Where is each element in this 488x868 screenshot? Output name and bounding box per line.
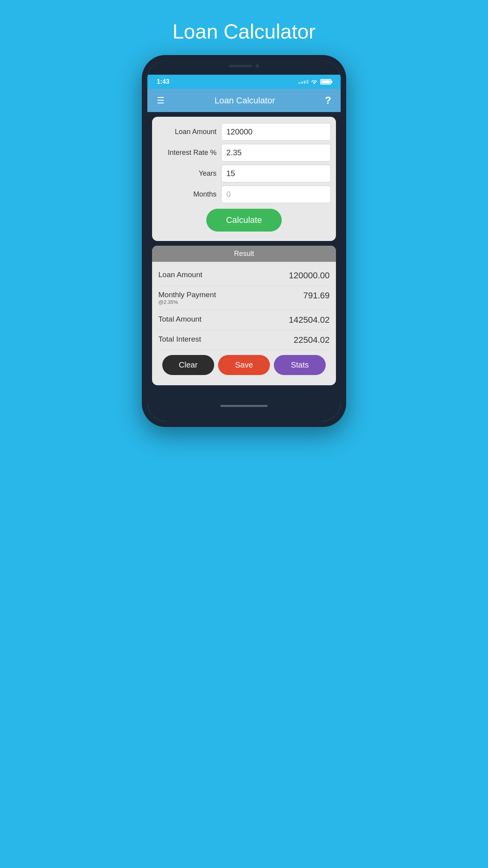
nav-bar: ☰ Loan Calculator ? xyxy=(147,89,341,112)
phone-shell: 1:43 ☰ Loan Ca xyxy=(142,55,346,427)
result-total-amount-label: Total Amount xyxy=(158,315,202,324)
result-monthly-payment-value: 791.69 xyxy=(303,291,330,301)
notch xyxy=(213,61,275,72)
phone-bottom xyxy=(147,390,341,421)
years-input[interactable] xyxy=(221,165,331,182)
page-title: Loan Calculator xyxy=(172,20,316,43)
result-monthly-payment-label: Monthly Payment @2.35% xyxy=(158,291,216,305)
result-loan-amount-value: 120000.00 xyxy=(289,270,330,281)
wifi-icon xyxy=(311,79,318,85)
result-total-interest-value: 22504.02 xyxy=(294,335,330,345)
months-label: Months xyxy=(158,190,221,199)
help-icon[interactable]: ? xyxy=(325,94,331,107)
clear-button[interactable]: Clear xyxy=(162,355,214,375)
notch-bar xyxy=(147,61,341,75)
result-total-interest: Total Interest 22504.02 xyxy=(158,330,330,350)
loan-amount-input[interactable] xyxy=(221,123,331,141)
speaker xyxy=(229,65,252,67)
stats-button[interactable]: Stats xyxy=(274,355,326,375)
status-icons xyxy=(298,79,331,85)
interest-rate-label: Interest Rate % xyxy=(158,149,221,157)
input-card: Loan Amount Interest Rate % Years Months… xyxy=(152,117,336,241)
result-loan-amount-label: Loan Amount xyxy=(158,270,202,279)
result-body: Loan Amount 120000.00 Monthly Payment @2… xyxy=(152,262,336,385)
status-time: 1:43 xyxy=(157,78,169,85)
signal-icon xyxy=(298,80,308,84)
result-total-amount-value: 142504.02 xyxy=(289,315,330,325)
menu-icon[interactable]: ☰ xyxy=(157,96,165,105)
loan-amount-label: Loan Amount xyxy=(158,128,221,136)
months-input[interactable] xyxy=(221,186,331,203)
status-bar: 1:43 xyxy=(147,75,341,89)
result-monthly-payment-sublabel: @2.35% xyxy=(158,299,216,305)
years-label: Years xyxy=(158,169,221,178)
home-indicator xyxy=(220,405,268,407)
result-card: Result Loan Amount 120000.00 Monthly Pay… xyxy=(152,246,336,385)
calculate-button[interactable]: Calculate xyxy=(206,209,282,232)
save-button[interactable]: Save xyxy=(218,355,270,375)
interest-rate-row: Interest Rate % xyxy=(158,144,330,162)
phone-screen: 1:43 ☰ Loan Ca xyxy=(147,61,341,421)
result-monthly-payment: Monthly Payment @2.35% 791.69 xyxy=(158,286,330,310)
months-row: Months xyxy=(158,186,330,203)
result-header: Result xyxy=(152,246,336,262)
battery-icon xyxy=(320,79,331,85)
nav-title: Loan Calculator xyxy=(215,96,275,106)
result-total-interest-label: Total Interest xyxy=(158,335,201,344)
interest-rate-input[interactable] xyxy=(221,144,331,162)
result-loan-amount: Loan Amount 120000.00 xyxy=(158,266,330,286)
years-row: Years xyxy=(158,165,330,182)
content-area: Loan Amount Interest Rate % Years Months… xyxy=(147,112,341,390)
result-total-amount: Total Amount 142504.02 xyxy=(158,310,330,330)
action-buttons: Clear Save Stats xyxy=(158,350,330,379)
camera xyxy=(255,64,259,68)
loan-amount-row: Loan Amount xyxy=(158,123,330,141)
